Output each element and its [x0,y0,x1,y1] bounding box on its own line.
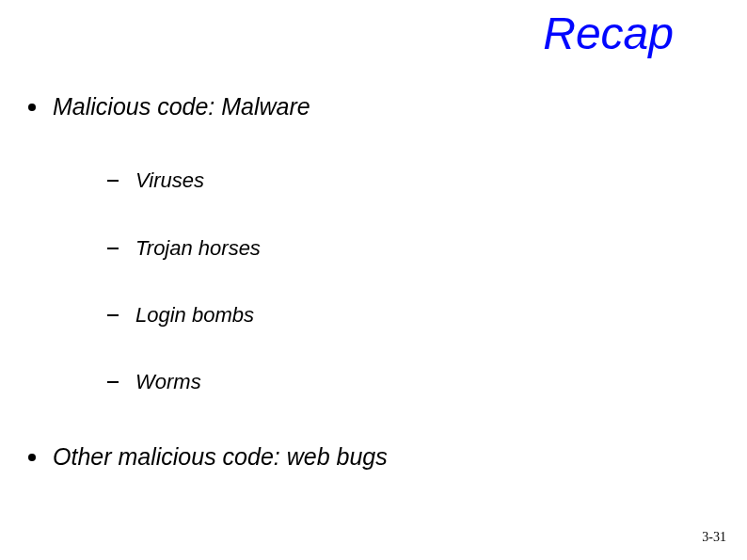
list-item: Viruses [107,168,709,193]
page-number: 3-31 [702,530,726,545]
list-item-text: Trojan horses [135,236,261,261]
list-item-text: Malicious code: Malware [53,92,310,121]
list-item-text: Other malicious code: web bugs [53,442,388,472]
slide-title: Recap [543,8,674,59]
list-item: Trojan horses [107,236,709,261]
list-item: Other malicious code: web bugs [28,442,709,472]
bullet-icon [28,454,36,461]
dash-icon [107,314,119,316]
slide-content: Malicious code: Malware Viruses Trojan h… [28,92,709,472]
dash-icon [107,180,119,182]
list-item-text: Viruses [135,168,204,193]
list-item: Malicious code: Malware [28,92,709,121]
bullet-icon [28,104,36,111]
list-item-text: Worms [135,370,201,394]
list-item: Login bombs [107,303,709,328]
dash-icon [107,248,119,249]
list-item-text: Login bombs [135,303,254,328]
sublist: Viruses Trojan horses Login bombs Worms [107,168,709,395]
dash-icon [107,381,119,383]
slide: Recap Malicious code: Malware Viruses Tr… [0,0,747,560]
list-item: Worms [107,370,709,394]
